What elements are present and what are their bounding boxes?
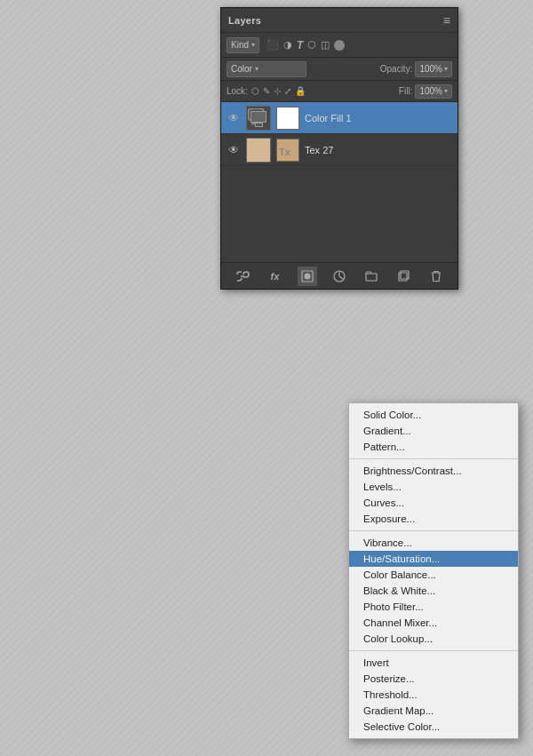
- menu-item-exposure[interactable]: Exposure...: [349, 511, 518, 527]
- circle-filter-icon[interactable]: [334, 40, 345, 51]
- kind-label: Kind: [231, 40, 249, 50]
- menu-item-black-white[interactable]: Black & White...: [349, 583, 518, 599]
- fill-label: Fill:: [399, 86, 413, 96]
- menu-item-curves[interactable]: Curves...: [349, 495, 518, 511]
- blend-dropdown-arrow: ▾: [255, 65, 259, 73]
- new-adjustment-button[interactable]: [330, 267, 349, 286]
- menu-separator-2: [349, 530, 518, 531]
- opacity-group: Opacity: 100% ▾: [380, 61, 452, 77]
- layer-mask-thumbnail: [276, 107, 299, 130]
- adjustment-dropdown-menu: Solid Color... Gradient... Pattern... Br…: [348, 402, 519, 739]
- menu-item-invert[interactable]: Invert: [349, 655, 518, 671]
- layer-visibility-toggle[interactable]: 👁: [227, 144, 241, 156]
- menu-item-gradient[interactable]: Gradient...: [349, 423, 518, 439]
- fill-arrow: ▾: [444, 87, 448, 95]
- layer-mask-thumbnail: Tx: [276, 139, 299, 162]
- lock-fill-row: Lock: ⬡ ✎ ⊹ ⤢ 🔒 Fill: 100% ▾: [221, 81, 457, 102]
- layer-name: Tex 27: [305, 145, 452, 155]
- layers-panel: Layers ≡ Kind ▾ ⬛ ◑ T ⬡ ◫ Color ▾: [220, 7, 458, 290]
- menu-item-pattern[interactable]: Pattern...: [349, 439, 518, 455]
- eye-icon: 👁: [228, 144, 239, 156]
- menu-item-threshold[interactable]: Threshold...: [349, 687, 518, 703]
- new-group-button[interactable]: [362, 267, 381, 286]
- eye-icon: 👁: [228, 112, 239, 124]
- smart-filter-icon[interactable]: ◫: [321, 39, 330, 51]
- link-layers-button[interactable]: [233, 267, 252, 286]
- lock-position-icon[interactable]: ✎: [263, 86, 270, 96]
- layer-visibility-toggle[interactable]: 👁: [227, 112, 241, 124]
- svg-rect-3: [252, 123, 260, 123]
- type-filter-icon[interactable]: T: [297, 39, 303, 52]
- lock-all-icon[interactable]: 🔒: [295, 86, 306, 96]
- menu-item-photo-filter[interactable]: Photo Filter...: [349, 599, 518, 615]
- svg-rect-8: [366, 274, 377, 281]
- menu-item-channel-mixer[interactable]: Channel Mixer...: [349, 615, 518, 631]
- menu-item-posterize[interactable]: Posterize...: [349, 671, 518, 687]
- panel-titlebar: Layers ≡: [221, 8, 457, 33]
- layer-thumbnail: [246, 106, 271, 131]
- layer-thumbnail: [246, 138, 271, 163]
- pixel-filter-icon[interactable]: ⬛: [266, 39, 279, 51]
- menu-item-selective-color[interactable]: Selective Color...: [349, 719, 518, 735]
- kind-dropdown-arrow: ▾: [251, 41, 255, 49]
- menu-item-solid-color[interactable]: Solid Color...: [349, 407, 518, 423]
- svg-rect-2: [254, 120, 258, 123]
- layer-item[interactable]: 👁 Color Fill 1: [221, 102, 457, 134]
- fill-value-field[interactable]: 100% ▾: [415, 84, 452, 99]
- menu-separator-1: [349, 458, 518, 459]
- lock-transform-icon[interactable]: ⤢: [284, 86, 291, 96]
- panel-bottom-toolbar: fx: [221, 262, 457, 289]
- opacity-arrow: ▾: [444, 65, 448, 73]
- kind-filter-row: Kind ▾ ⬛ ◑ T ⬡ ◫: [221, 33, 457, 58]
- menu-item-hue-saturation[interactable]: Hue/Saturation...: [349, 551, 518, 567]
- delete-layer-button[interactable]: [426, 267, 446, 286]
- kind-dropdown[interactable]: Kind ▾: [227, 37, 259, 53]
- svg-rect-9: [399, 273, 407, 281]
- lock-pixels-icon[interactable]: ⬡: [251, 86, 259, 96]
- adjustment-filter-icon[interactable]: ◑: [283, 39, 292, 51]
- lock-label: Lock:: [227, 86, 248, 96]
- layers-list: 👁 Color Fill 1 👁 Tx: [221, 102, 457, 262]
- new-layer-button[interactable]: [394, 267, 414, 286]
- svg-text:Tx: Tx: [279, 147, 291, 157]
- menu-item-color-balance[interactable]: Color Balance...: [349, 567, 518, 583]
- layer-item[interactable]: 👁 Tx Tex 27: [221, 134, 457, 166]
- menu-item-levels[interactable]: Levels...: [349, 479, 518, 495]
- svg-point-6: [305, 274, 310, 279]
- menu-item-vibrance[interactable]: Vibrance...: [349, 535, 518, 551]
- blend-opacity-row: Color ▾ Opacity: 100% ▾: [221, 58, 457, 81]
- menu-separator-3: [349, 650, 518, 651]
- fill-group: Fill: 100% ▾: [399, 84, 452, 99]
- filter-icons: ⬛ ◑ T ⬡ ◫: [266, 39, 345, 52]
- menu-item-color-lookup[interactable]: Color Lookup...: [349, 631, 518, 647]
- opacity-label: Opacity:: [380, 64, 413, 74]
- add-mask-button[interactable]: [298, 267, 317, 286]
- svg-rect-0: [249, 108, 264, 119]
- opacity-number: 100%: [419, 64, 442, 74]
- shape-filter-icon[interactable]: ⬡: [307, 39, 316, 51]
- menu-item-brightness-contrast[interactable]: Brightness/Contrast...: [349, 463, 518, 479]
- fill-number: 100%: [419, 86, 442, 96]
- lock-icons: ⬡ ✎ ⊹ ⤢ 🔒: [251, 86, 306, 96]
- lock-artboard-icon[interactable]: ⊹: [274, 86, 281, 96]
- panel-title: Layers: [228, 15, 261, 26]
- svg-rect-10: [401, 271, 409, 279]
- menu-item-gradient-map[interactable]: Gradient Map...: [349, 703, 518, 719]
- blend-mode-dropdown[interactable]: Color ▾: [227, 61, 306, 77]
- svg-rect-1: [252, 108, 260, 115]
- layer-name: Color Fill 1: [305, 113, 452, 123]
- opacity-value-field[interactable]: 100% ▾: [415, 61, 452, 77]
- layer-effects-button[interactable]: fx: [265, 267, 284, 286]
- blend-mode-label: Color: [231, 64, 252, 74]
- panel-menu-button[interactable]: ≡: [443, 13, 450, 28]
